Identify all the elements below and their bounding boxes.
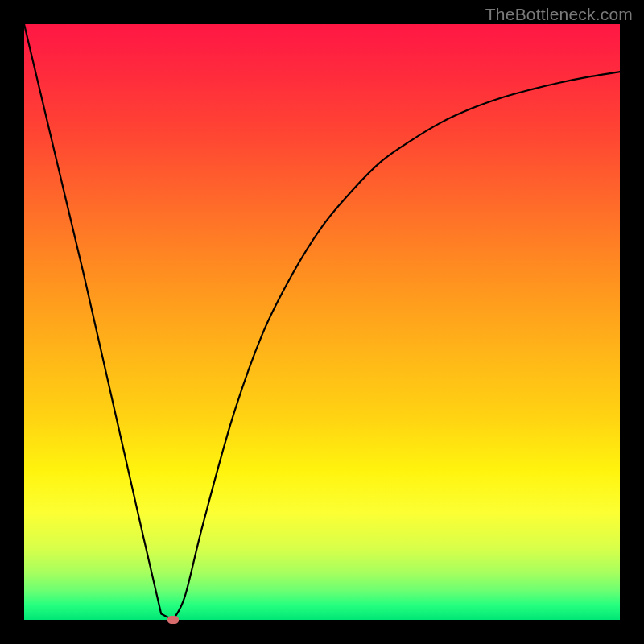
curve-layer [24,24,620,620]
v-curve [24,24,620,620]
plot-area [24,24,620,620]
minimum-marker [167,616,179,624]
watermark-text: TheBottleneck.com [485,5,633,24]
chart-stage: TheBottleneck.com [0,0,644,644]
